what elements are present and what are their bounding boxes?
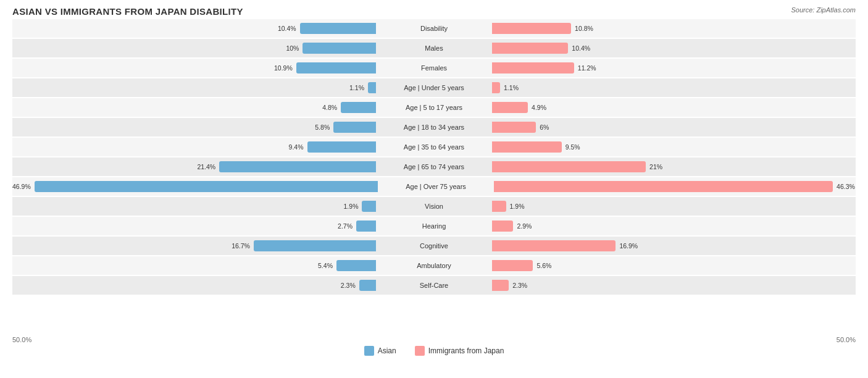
- right-value: 9.5%: [565, 143, 580, 151]
- row-label: Males: [378, 44, 490, 52]
- row-label: Vision: [378, 203, 490, 210]
- bar-left-container: 2.3%: [12, 280, 378, 291]
- table-row: 10% Males 10.4%: [12, 39, 856, 57]
- bar-left-container: 46.9%: [12, 181, 380, 192]
- bar-left-container: 4.8%: [12, 102, 378, 113]
- table-row: 10.9% Females 11.2%: [12, 59, 856, 77]
- row-label: Age | 65 to 74 years: [378, 163, 490, 170]
- row-label: Hearing: [378, 222, 490, 230]
- bar-left-container: 21.4%: [12, 161, 378, 172]
- bar-left: [359, 280, 376, 291]
- bar-left: [307, 141, 376, 153]
- table-row: 2.3% Self-Care 2.3%: [12, 276, 856, 295]
- bar-right-container: 10.4%: [490, 43, 856, 54]
- right-value: 46.3%: [837, 183, 855, 190]
- bar-left: [35, 181, 378, 192]
- left-value: 2.7%: [338, 222, 353, 230]
- right-value: 16.9%: [619, 242, 638, 250]
- row-label: Age | 35 to 64 years: [378, 143, 490, 151]
- x-axis-right: 50.0%: [837, 336, 856, 343]
- bar-right: [492, 280, 509, 291]
- x-axis-left: 50.0%: [12, 336, 31, 343]
- table-row: 21.4% Age | 65 to 74 years 21%: [12, 158, 856, 176]
- legend: Asian Immigrants from Japan: [12, 346, 856, 356]
- table-row: 46.9% Age | Over 75 years 46.3%: [12, 177, 856, 196]
- bar-left-container: 10.4%: [12, 23, 378, 34]
- bar-left-container: 2.7%: [12, 220, 378, 232]
- row-label: Age | 18 to 34 years: [378, 124, 490, 131]
- bar-right: [492, 240, 616, 251]
- bar-left-container: 5.4%: [12, 260, 378, 271]
- table-row: 5.8% Age | 18 to 34 years 6%: [12, 118, 856, 136]
- bar-left-container: 1.9%: [12, 201, 378, 212]
- right-value: 10.4%: [572, 44, 590, 52]
- bar-right-container: 46.3%: [491, 181, 856, 192]
- chart-title: ASIAN VS IMMIGRANTS FROM JAPAN DISABILIT…: [12, 6, 856, 17]
- bar-right: [492, 23, 571, 34]
- row-label: Self-Care: [378, 282, 490, 289]
- bar-right-container: 5.6%: [490, 260, 856, 271]
- legend-japan: Immigrants from Japan: [415, 346, 504, 356]
- table-row: 10.4% Disability 10.8%: [12, 19, 856, 38]
- bar-right-container: 10.8%: [490, 23, 856, 34]
- bar-right: [492, 201, 506, 212]
- table-row: 4.8% Age | 5 to 17 years 4.9%: [12, 98, 856, 117]
- bar-left: [356, 220, 376, 232]
- left-value: 2.3%: [341, 282, 356, 289]
- left-value: 5.4%: [318, 262, 333, 269]
- bar-right-container: 1.9%: [490, 201, 856, 212]
- legend-asian-label: Asian: [378, 346, 396, 355]
- right-value: 2.9%: [517, 222, 532, 230]
- bar-right: [492, 43, 568, 54]
- bar-right-container: 11.2%: [490, 62, 856, 74]
- left-value: 5.8%: [315, 124, 330, 131]
- bar-left: [219, 161, 376, 172]
- bar-right: [492, 141, 562, 153]
- left-value: 1.1%: [349, 84, 364, 91]
- right-value: 5.6%: [536, 262, 551, 269]
- left-value: 1.9%: [344, 203, 359, 210]
- bar-left: [296, 62, 376, 74]
- bar-right: [492, 102, 528, 113]
- bar-left-container: 16.7%: [12, 240, 378, 251]
- left-value: 4.8%: [322, 104, 337, 111]
- x-axis: 50.0% 50.0%: [12, 336, 856, 343]
- bar-right: [492, 82, 500, 93]
- left-value: 10.9%: [274, 64, 293, 72]
- bar-right: [492, 122, 536, 133]
- left-value: 9.4%: [289, 143, 304, 151]
- row-label: Females: [378, 64, 490, 72]
- row-label: Age | 5 to 17 years: [378, 104, 490, 111]
- table-row: 9.4% Age | 35 to 64 years 9.5%: [12, 138, 856, 156]
- bar-right-container: 2.3%: [490, 280, 856, 291]
- table-row: 2.7% Hearing 2.9%: [12, 217, 856, 235]
- bar-left: [341, 102, 376, 113]
- bar-left: [362, 201, 376, 212]
- right-value: 1.1%: [504, 84, 519, 91]
- row-label: Ambulatory: [378, 262, 490, 269]
- bar-right-container: 21%: [490, 161, 856, 172]
- bar-left-container: 5.8%: [12, 122, 378, 133]
- row-label: Disability: [378, 25, 490, 32]
- bar-right-container: 1.1%: [490, 82, 856, 93]
- left-value: 46.9%: [12, 183, 31, 190]
- bar-right-container: 16.9%: [490, 240, 856, 251]
- legend-japan-label: Immigrants from Japan: [428, 346, 504, 355]
- bar-left: [300, 23, 376, 34]
- bar-left: [368, 82, 376, 93]
- right-value: 6%: [540, 124, 549, 131]
- bar-left: [303, 43, 376, 54]
- row-label: Age | Over 75 years: [380, 183, 491, 190]
- bar-left: [336, 260, 376, 271]
- bar-left-container: 10.9%: [12, 62, 378, 74]
- legend-japan-box: [415, 346, 425, 356]
- bar-left-container: 1.1%: [12, 82, 378, 93]
- bar-right: [494, 181, 833, 192]
- left-value: 10%: [286, 44, 299, 52]
- table-row: 16.7% Cognitive 16.9%: [12, 237, 856, 255]
- bar-left-container: 10%: [12, 43, 378, 54]
- right-value: 10.8%: [575, 25, 593, 32]
- bar-right-container: 2.9%: [490, 220, 856, 232]
- left-value: 16.7%: [232, 242, 250, 250]
- left-value: 21.4%: [197, 163, 215, 170]
